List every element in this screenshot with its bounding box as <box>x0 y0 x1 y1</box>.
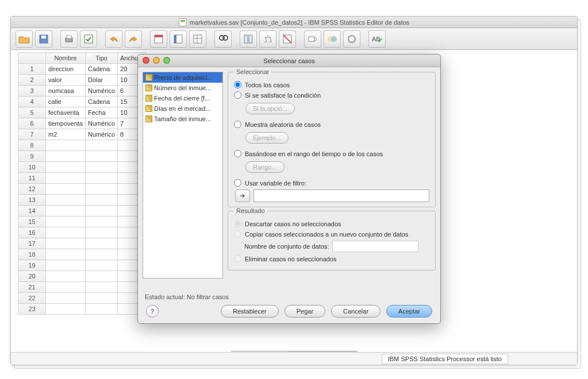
use-sets-button[interactable] <box>324 30 341 48</box>
ok-button[interactable]: Aceptar <box>386 305 432 318</box>
cell[interactable] <box>85 260 117 271</box>
row-header[interactable]: 23 <box>18 304 46 315</box>
row-header[interactable]: 17 <box>18 238 46 249</box>
row-header[interactable]: 7 <box>18 129 46 140</box>
weight-button[interactable] <box>259 30 276 48</box>
variable-list[interactable]: Precio de adquisici... Número del inmue.… <box>143 72 223 279</box>
radio-filter-variable[interactable] <box>234 179 241 187</box>
range-button[interactable]: Rango... <box>245 161 285 173</box>
radio-all-cases[interactable] <box>234 81 241 88</box>
goto-var-button[interactable] <box>170 30 187 48</box>
cell[interactable] <box>46 293 86 304</box>
cell[interactable]: Dólar <box>85 75 117 86</box>
cell[interactable] <box>46 195 86 206</box>
reset-button[interactable]: Restablecer <box>221 305 279 318</box>
print-button[interactable] <box>60 30 78 48</box>
row-header[interactable]: 14 <box>18 206 46 216</box>
cell[interactable] <box>46 173 86 184</box>
radio-random-sample[interactable] <box>234 121 241 128</box>
row-header[interactable]: 9 <box>18 151 46 162</box>
cell[interactable] <box>85 227 117 238</box>
cell[interactable] <box>85 271 117 282</box>
row-header[interactable]: 20 <box>18 271 46 282</box>
cell[interactable] <box>46 249 86 260</box>
row-header[interactable]: 16 <box>18 227 46 238</box>
cell[interactable]: Numérico <box>85 129 117 140</box>
cell[interactable] <box>46 151 86 162</box>
cell[interactable] <box>85 304 117 315</box>
cell[interactable]: calle <box>46 96 86 107</box>
cell[interactable] <box>46 260 86 271</box>
cell[interactable] <box>85 195 117 206</box>
redo-button[interactable] <box>125 30 142 48</box>
cell[interactable]: tiempoventa <box>46 118 86 129</box>
row-header[interactable]: 15 <box>18 216 46 227</box>
row-header[interactable]: 10 <box>18 162 46 173</box>
recall-button[interactable] <box>80 30 97 48</box>
zoom-icon[interactable] <box>163 57 170 64</box>
cell[interactable] <box>46 162 86 173</box>
cell[interactable]: m2 <box>46 129 86 140</box>
variables-button[interactable] <box>189 30 206 48</box>
cell[interactable] <box>46 282 86 293</box>
cell[interactable] <box>46 271 86 282</box>
cell[interactable] <box>46 304 86 315</box>
cell[interactable]: direccion <box>46 64 86 75</box>
row-header[interactable]: 21 <box>18 282 46 293</box>
cell[interactable] <box>85 151 117 162</box>
cancel-button[interactable]: Cancelar <box>331 305 381 318</box>
row-header[interactable]: 5 <box>18 107 46 118</box>
if-button[interactable]: Si la opció... <box>245 103 295 114</box>
radio-if-condition[interactable] <box>234 91 241 99</box>
list-item[interactable]: Tamaño del inmue... <box>143 114 222 124</box>
variable-grid[interactable]: Nombre Tipo Anchura 1direccionCadena20 2… <box>18 52 147 315</box>
radio-range[interactable] <box>234 150 241 157</box>
cell[interactable] <box>46 238 86 249</box>
save-button[interactable] <box>35 30 52 48</box>
cell[interactable] <box>85 293 117 304</box>
row-header[interactable]: 12 <box>18 184 46 195</box>
minimize-icon[interactable] <box>153 57 160 64</box>
cell[interactable]: Fecha <box>85 107 117 118</box>
cell[interactable]: valor <box>46 75 86 86</box>
cell[interactable] <box>85 238 117 249</box>
cell[interactable] <box>85 184 117 195</box>
show-all-button[interactable] <box>343 30 360 48</box>
find-button[interactable] <box>214 30 232 48</box>
sample-button[interactable]: Ejemplo... <box>245 132 289 144</box>
cell[interactable] <box>46 206 86 216</box>
row-header[interactable]: 4 <box>18 96 46 107</box>
goto-case-button[interactable] <box>150 30 167 48</box>
value-labels-button[interactable] <box>304 30 321 48</box>
cell[interactable] <box>85 282 117 293</box>
cell[interactable] <box>46 184 86 195</box>
row-header[interactable]: 19 <box>18 260 46 271</box>
cell[interactable]: Numérico <box>85 86 117 96</box>
cell[interactable]: numcasa <box>46 86 86 96</box>
row-header[interactable]: 22 <box>18 293 46 304</box>
split-button[interactable] <box>240 30 257 48</box>
row-header[interactable]: 2 <box>18 75 46 86</box>
cell[interactable]: fechaventa <box>46 107 86 118</box>
row-header[interactable]: 6 <box>18 118 46 129</box>
cell[interactable]: Cadena <box>85 96 117 107</box>
cell[interactable]: Numérico <box>85 118 117 129</box>
cell[interactable] <box>46 216 86 227</box>
cell[interactable] <box>85 162 117 173</box>
col-tipo[interactable]: Tipo <box>85 53 117 64</box>
undo-button[interactable] <box>105 30 122 48</box>
cell[interactable] <box>85 249 117 260</box>
col-nombre[interactable]: Nombre <box>46 53 86 64</box>
filter-variable-input[interactable] <box>253 190 429 202</box>
paste-button[interactable]: Pegar <box>285 305 325 318</box>
cell[interactable] <box>85 173 117 184</box>
row-header[interactable]: 3 <box>18 86 46 96</box>
row-header[interactable]: 13 <box>18 195 46 206</box>
row-header[interactable]: 1 <box>18 64 46 75</box>
cell[interactable] <box>85 206 117 216</box>
cell[interactable]: Cadena <box>85 64 117 75</box>
cell[interactable] <box>46 140 86 151</box>
row-header[interactable]: 11 <box>18 173 46 184</box>
list-item[interactable]: Fecha del cierre [f... <box>143 93 222 103</box>
select-cases-button[interactable] <box>279 30 296 48</box>
